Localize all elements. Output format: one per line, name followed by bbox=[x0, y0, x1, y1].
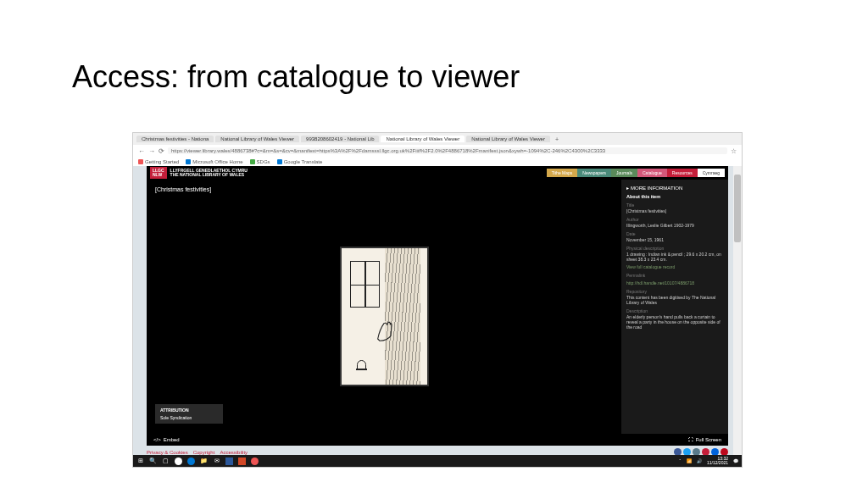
info-label: Permalink bbox=[626, 273, 723, 278]
powerpoint-icon[interactable] bbox=[238, 458, 246, 465]
bookmark-item[interactable]: Google Translate bbox=[277, 158, 323, 165]
nav-journals[interactable]: Journals bbox=[611, 169, 637, 177]
browser-screenshot: Christmas festivities - Nationa National… bbox=[132, 132, 743, 468]
bookmark-icon bbox=[138, 159, 143, 164]
bookmark-item[interactable]: Getting Started bbox=[138, 158, 179, 165]
firefox-icon[interactable] bbox=[251, 458, 259, 465]
browser-tab[interactable]: National Library of Wales Viewer bbox=[215, 136, 299, 142]
bookmark-icon[interactable]: ☆ bbox=[731, 147, 737, 155]
privacy-link[interactable]: Privacy & Cookies bbox=[147, 450, 188, 455]
nav-newspapers[interactable]: Newspapers bbox=[577, 169, 611, 177]
info-label: Date bbox=[626, 231, 723, 236]
nav-tithe[interactable]: Tithe Maps bbox=[547, 169, 578, 177]
info-value: An elderly person's hand pulls back a cu… bbox=[626, 314, 723, 330]
drawing-hand bbox=[375, 317, 393, 342]
browser-tab-active[interactable]: National Library of Wales Viewer bbox=[381, 136, 465, 142]
embed-button[interactable]: </>Embed bbox=[153, 437, 180, 442]
bookmark-icon bbox=[277, 159, 282, 164]
notifications-icon[interactable]: 💬 bbox=[733, 458, 738, 463]
explorer-icon[interactable]: 📁 bbox=[200, 458, 208, 465]
site-header: LLGCNLW LLYFRGELL GENEDLAETHOL CYMRUTHE … bbox=[147, 166, 728, 180]
browser-tab[interactable]: National Library of Wales Viewer bbox=[466, 136, 550, 142]
code-icon: </> bbox=[153, 437, 161, 442]
bookmark-item[interactable]: Microsoft Office Home bbox=[186, 158, 242, 165]
drawing-lamp bbox=[357, 360, 366, 369]
bookmark-item[interactable]: SDGs bbox=[250, 158, 270, 165]
wifi-icon[interactable]: 📶 bbox=[687, 458, 692, 463]
page-content: LLGCNLW LLYFRGELL GENEDLAETHOL CYMRUTHE … bbox=[133, 166, 742, 467]
logo-badge: LLGCNLW bbox=[150, 167, 167, 179]
info-label: Title bbox=[626, 202, 723, 208]
catalogue-link[interactable]: View full catalogue record bbox=[626, 264, 723, 269]
drawing-window bbox=[350, 261, 380, 308]
word-icon[interactable] bbox=[225, 458, 233, 465]
info-label: Author bbox=[626, 217, 723, 222]
info-label: Physical description bbox=[626, 246, 723, 251]
copyright-link[interactable]: Copyright bbox=[193, 450, 215, 455]
edge-icon[interactable] bbox=[187, 458, 195, 465]
info-value: Illingworth, Leslie Gilbert 1902-1979 bbox=[626, 223, 723, 228]
clock[interactable]: 13:3211/12/2021 bbox=[707, 457, 728, 465]
scrollbar[interactable] bbox=[733, 166, 742, 455]
browser-tabs: Christmas festivities - Nationa National… bbox=[133, 133, 742, 145]
artwork-container[interactable] bbox=[147, 199, 621, 434]
reload-icon[interactable]: ⟳ bbox=[159, 147, 164, 155]
tray-chevron-icon[interactable]: ˄ bbox=[679, 458, 682, 463]
info-label: Description bbox=[626, 308, 723, 313]
fullscreen-button[interactable]: ⛶Full Screen bbox=[688, 437, 721, 442]
task-view-icon[interactable]: ▢ bbox=[162, 458, 170, 465]
bookmarks-bar: Getting Started Microsoft Office Home SD… bbox=[133, 157, 742, 166]
volume-icon[interactable]: 🔊 bbox=[697, 458, 702, 463]
logo-area[interactable]: LLGCNLW LLYFRGELL GENEDLAETHOL CYMRUTHE … bbox=[150, 167, 248, 179]
fullscreen-icon: ⛶ bbox=[688, 437, 693, 442]
bookmark-icon bbox=[186, 159, 191, 164]
browser-tab[interactable]: 9938208602419 - National Lib bbox=[301, 136, 379, 142]
mail-icon[interactable]: ✉ bbox=[213, 458, 220, 465]
bookmark-icon bbox=[250, 159, 255, 164]
info-section-title: About this item bbox=[626, 194, 723, 199]
info-value: This content has been digitised by The N… bbox=[626, 295, 723, 305]
viewer-footer: </>Embed ⛶Full Screen bbox=[147, 434, 728, 446]
slide-title: Access: from catalogue to viewer bbox=[0, 0, 868, 95]
url-input[interactable]: https://viewer.library.wales/4886738#?c=… bbox=[168, 147, 727, 154]
info-value: November 15, 1961 bbox=[626, 237, 723, 242]
logo-text: LLYFRGELL GENEDLAETHOL CYMRUTHE NATIONAL… bbox=[170, 169, 248, 177]
chevron-right-icon: ▸ bbox=[626, 185, 629, 191]
attribution-header: ATTRIBUTION bbox=[160, 408, 218, 413]
viewer-main: [Christmas festivities] ATTRIBUTION Sole… bbox=[147, 180, 621, 434]
system-tray: ˄ 📶 🔊 13:3211/12/2021 💬 bbox=[679, 457, 738, 465]
back-icon[interactable]: ← bbox=[138, 147, 145, 155]
forward-icon[interactable]: → bbox=[148, 147, 155, 155]
new-tab-button[interactable]: + bbox=[552, 136, 562, 142]
info-panel: ▸MORE INFORMATION About this item Title … bbox=[621, 180, 728, 434]
nav-resources[interactable]: Resources bbox=[667, 169, 698, 177]
info-value: [Christmas festivities] bbox=[626, 208, 723, 214]
site-nav: Tithe Maps Newspapers Journals Catalogue… bbox=[547, 169, 725, 177]
attribution-text: Sole Syndication bbox=[160, 415, 218, 420]
windows-taskbar: ⊞ 🔍 ▢ 📁 ✉ ˄ 📶 🔊 13:3211/12/2021 💬 bbox=[133, 455, 742, 467]
accessibility-link[interactable]: Accessibility bbox=[220, 450, 248, 455]
permalink[interactable]: http://hdl.handle.net/10107/4886718 bbox=[626, 280, 723, 286]
attribution-box: ATTRIBUTION Sole Syndication bbox=[155, 404, 223, 424]
scroll-thumb[interactable] bbox=[734, 175, 741, 242]
nav-language[interactable]: Cymraeg bbox=[698, 169, 725, 177]
item-title: [Christmas festivities] bbox=[147, 180, 621, 199]
info-label: Repository bbox=[626, 289, 723, 294]
chrome-icon[interactable] bbox=[175, 458, 182, 465]
info-header[interactable]: ▸MORE INFORMATION bbox=[626, 185, 723, 191]
browser-tab[interactable]: Christmas festivities - Nationa bbox=[136, 136, 214, 142]
viewer-area: ⚙ [Christmas festivities] ATTRIBUTION bbox=[147, 180, 728, 434]
info-value: 1 drawing : Indian ink & pencil ; 29.6 x… bbox=[626, 252, 723, 262]
search-icon[interactable]: 🔍 bbox=[149, 458, 157, 465]
artwork-image bbox=[340, 247, 429, 386]
nav-catalogue[interactable]: Catalogue bbox=[637, 169, 667, 177]
start-icon[interactable]: ⊞ bbox=[136, 458, 144, 465]
url-bar: ← → ⟳ https://viewer.library.wales/48867… bbox=[133, 145, 742, 157]
